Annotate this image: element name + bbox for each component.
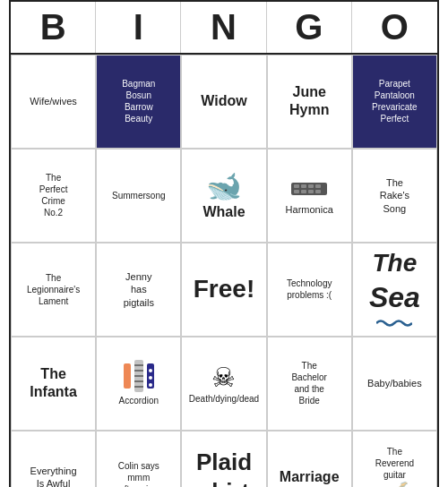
cell-text: Wife/wives — [30, 95, 77, 107]
cell-r3c5[interactable]: TheSea — [352, 243, 437, 337]
cell-text: Plaid shirt — [196, 448, 252, 487]
cell-r5c1[interactable]: Everything Is Awful — [11, 431, 96, 487]
cell-text: The Reverend guitar — [375, 446, 414, 481]
cell-r4c2[interactable]: Accordion — [96, 337, 181, 431]
cell-text: Baby/babies — [367, 377, 422, 389]
cell-text: The Bachelor and the Bride — [291, 360, 326, 406]
free-cell-text: Free! — [194, 273, 254, 305]
cell-text: Marriage — [280, 468, 340, 487]
accordion-icon — [122, 360, 156, 395]
cell-text: Technology problems :( — [287, 278, 332, 301]
cell-text: The Rake's Song — [380, 176, 409, 215]
svg-rect-2 — [301, 184, 306, 188]
cell-text: The Infanta — [30, 365, 76, 403]
cell-r2c4[interactable]: Harmonica — [267, 149, 352, 243]
svg-rect-6 — [301, 190, 306, 193]
harmonica-icon — [291, 175, 327, 203]
svg-rect-8 — [315, 190, 321, 193]
cell-r3c1[interactable]: The Legionnaire's Lament — [11, 243, 96, 337]
svg-point-19 — [149, 383, 152, 387]
cell-r1c1[interactable]: Wife/wives — [11, 55, 96, 149]
svg-rect-1 — [294, 184, 299, 188]
cell-text: Parapet Pantaloon Prevaricate Perfect — [372, 78, 418, 124]
cell-r1c2[interactable]: Bagman Bosun Barrow Beauty — [96, 55, 181, 149]
cell-r1c3[interactable]: Widow — [181, 55, 266, 149]
cell-text: Summersong — [112, 190, 165, 201]
svg-rect-9 — [124, 363, 131, 389]
cell-r4c3[interactable]: ☠Death/dying/dead — [181, 337, 266, 431]
cell-text: Accordion — [119, 395, 159, 406]
svg-point-18 — [149, 376, 152, 380]
cell-text: Colin says mmm after wine — [118, 460, 159, 487]
svg-rect-7 — [308, 190, 314, 193]
whale-icon: 🐋 — [206, 169, 242, 203]
bingo-card: B I N G O Wife/wivesBagman Bosun Barrow … — [9, 0, 439, 487]
skull-icon: ☠ — [211, 362, 236, 393]
svg-rect-3 — [308, 184, 314, 188]
bingo-header: B I N G O — [11, 2, 437, 55]
cell-text: The Legionnaire's Lament — [27, 272, 80, 307]
guitar-icon: 🎸 — [380, 481, 409, 487]
cell-text: Harmonica — [286, 203, 333, 216]
cell-text: June Hymn — [289, 83, 329, 121]
letter-o: O — [352, 2, 437, 53]
cell-r2c2[interactable]: Summersong — [96, 149, 181, 243]
bingo-grid: Wife/wivesBagman Bosun Barrow BeautyWido… — [11, 55, 437, 487]
cell-r5c3[interactable]: Plaid shirt — [181, 431, 266, 487]
svg-rect-4 — [315, 184, 321, 188]
letter-n: N — [181, 2, 266, 53]
cell-text: The Perfect Crime No.2 — [39, 172, 68, 218]
cell-r3c2[interactable]: Jenny has pigtails — [96, 243, 181, 337]
svg-rect-5 — [294, 190, 299, 193]
cell-r5c4[interactable]: Marriage — [267, 431, 352, 487]
cell-r2c3[interactable]: 🐋Whale — [181, 149, 266, 243]
cell-text: TheSea — [369, 247, 420, 317]
cell-text: Everything Is Awful — [30, 465, 77, 487]
cell-r1c5[interactable]: Parapet Pantaloon Prevaricate Perfect — [352, 55, 437, 149]
svg-point-17 — [149, 369, 152, 372]
cell-r3c3[interactable]: Free! — [181, 243, 266, 337]
cell-r3c4[interactable]: Technology problems :( — [267, 243, 352, 337]
cell-r4c4[interactable]: The Bachelor and the Bride — [267, 337, 352, 431]
cell-text: Bagman Bosun Barrow Beauty — [122, 78, 155, 124]
cell-text: Death/dying/dead — [189, 393, 259, 405]
cell-r4c1[interactable]: The Infanta — [11, 337, 96, 431]
cell-r5c2[interactable]: Colin says mmm after wine — [96, 431, 181, 487]
cell-r4c5[interactable]: Baby/babies — [352, 337, 437, 431]
cell-r5c5[interactable]: The Reverend guitar🎸 — [352, 431, 437, 487]
cell-r2c5[interactable]: The Rake's Song — [352, 149, 437, 243]
sea-wave-icon — [376, 317, 412, 332]
cell-text: Widow — [201, 92, 246, 111]
letter-b: B — [11, 2, 96, 53]
cell-r2c1[interactable]: The Perfect Crime No.2 — [11, 149, 96, 243]
letter-i: I — [96, 2, 181, 53]
letter-g: G — [267, 2, 352, 53]
cell-text: Jenny has pigtails — [124, 270, 154, 309]
cell-text: Whale — [202, 203, 245, 222]
cell-r1c4[interactable]: June Hymn — [267, 55, 352, 149]
